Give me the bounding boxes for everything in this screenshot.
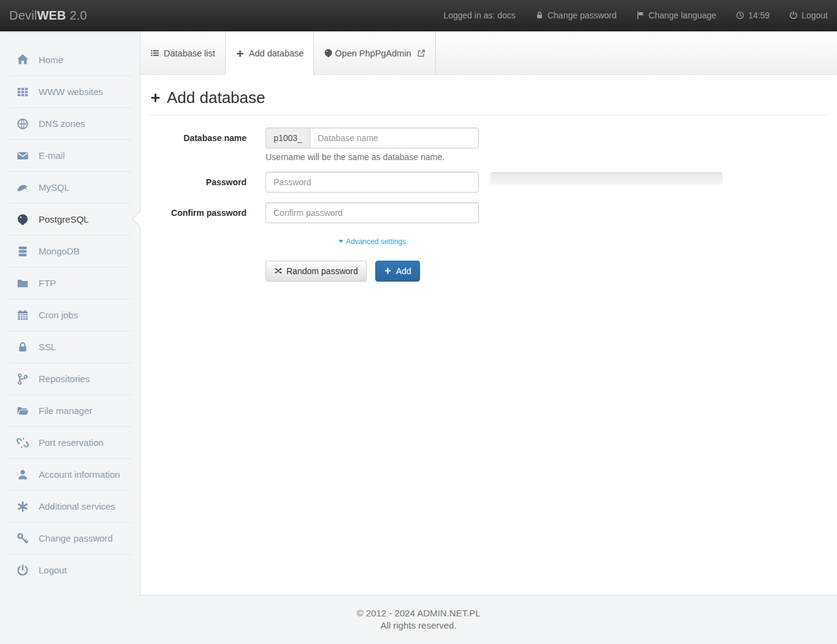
database-name-prefix: p1003_: [266, 128, 310, 148]
brand-logo[interactable]: DevilWEB 2.0: [9, 9, 87, 23]
advanced-settings-row: Advanced settings: [266, 234, 479, 246]
tab-add-database[interactable]: Add database: [226, 31, 315, 75]
navbar-change-password[interactable]: Change password: [535, 10, 617, 20]
navbar-right-menu: Logged in as: docs Change password Chang…: [424, 10, 828, 20]
confirm-password-controls: [266, 202, 479, 223]
page-title: Add database: [150, 88, 828, 107]
tab-bar: Database list Add database Open PhpPgAdm…: [140, 31, 837, 75]
advanced-settings-link[interactable]: Advanced settings: [338, 237, 406, 246]
lock-icon: [535, 11, 544, 20]
sidebar-item-dns-zones[interactable]: DNS zones: [9, 107, 131, 139]
navbar-logout[interactable]: Logout: [789, 10, 828, 20]
sidebar-item-additional-services[interactable]: Additional services: [9, 490, 131, 522]
page-title-text: Add database: [167, 88, 265, 107]
sidebar-item-label: FTP: [39, 278, 56, 288]
add-button[interactable]: Add: [375, 261, 420, 282]
grid-icon: [17, 86, 29, 98]
sidebar-item-repositories[interactable]: Repositories: [9, 362, 131, 394]
sidebar-item-home[interactable]: Home: [9, 44, 131, 75]
flag-icon: [636, 11, 645, 20]
content-panel: Add database Database name p1003_ Userna…: [140, 75, 837, 596]
advanced-settings-label: Advanced settings: [346, 237, 406, 246]
tab-open-phppgadmin[interactable]: Open PhpPgAdmin: [314, 31, 436, 75]
navbar-clock: 14:59: [736, 10, 770, 20]
external-link-icon: [417, 49, 426, 58]
logged-in-as-text: Logged in as: docs: [443, 10, 516, 20]
elephant-icon: [324, 48, 333, 58]
change-language-label: Change language: [649, 10, 717, 20]
password-row: Password: [150, 172, 828, 193]
sidebar-item-label: MongoDB: [39, 246, 80, 256]
sidebar-item-mongodb[interactable]: MongoDB: [9, 235, 131, 267]
mysql-dolphin-icon: [17, 182, 29, 194]
tab-label: Open PhpPgAdmin: [335, 48, 411, 58]
folder-icon: [17, 277, 29, 289]
password-label: Password: [150, 172, 266, 193]
sidebar-item-label: PostgreSQL: [39, 214, 89, 224]
change-password-label: Change password: [548, 10, 617, 20]
sidebar-item-change-password[interactable]: Change password: [9, 522, 131, 554]
list-icon: [150, 48, 159, 58]
database-name-input[interactable]: [310, 128, 479, 148]
main-area: Database list Add database Open PhpPgAdm…: [140, 31, 837, 596]
shuffle-icon: [274, 267, 282, 275]
sidebar-item-postgresql[interactable]: PostgreSQL: [9, 203, 131, 235]
database-name-input-group: p1003_: [266, 128, 479, 148]
sidebar-item-cron-jobs[interactable]: Cron jobs: [9, 299, 131, 331]
home-icon: [17, 53, 29, 66]
password-input[interactable]: [266, 172, 479, 193]
confirm-password-input[interactable]: [266, 202, 479, 223]
password-strength-meter: [491, 172, 722, 185]
sidebar-item-label: SSL: [39, 342, 56, 352]
random-password-label: Random password: [286, 266, 358, 276]
postgresql-elephant-icon: [17, 213, 29, 226]
random-password-button[interactable]: Random password: [266, 261, 367, 282]
sidebar-item-account-information[interactable]: Account information: [9, 458, 131, 490]
sidebar-menu: Home WWW websites DNS zones E-mail MySQL…: [0, 44, 140, 586]
copyright-text: © 2012 - 2024 ADMIN.NET.PL: [0, 607, 837, 619]
sidebar-item-file-manager[interactable]: File manager: [9, 394, 131, 426]
sidebar-item-mysql[interactable]: MySQL: [9, 171, 131, 203]
tab-label: Add database: [249, 48, 304, 58]
plus-icon: [150, 92, 161, 104]
sidebar-item-www-websites[interactable]: WWW websites: [9, 75, 131, 107]
sidebar-item-email[interactable]: E-mail: [9, 139, 131, 171]
asterisk-icon: [17, 500, 29, 513]
logout-label: Logout: [801, 10, 828, 20]
page-footer: © 2012 - 2024 ADMIN.NET.PL All rights re…: [0, 596, 837, 644]
add-database-form: Database name p1003_ Username will be th…: [150, 128, 828, 282]
sidebar-item-label: Account information: [39, 469, 120, 480]
plus-icon: [235, 49, 245, 58]
brand-part-version: 2.0: [66, 9, 87, 22]
tab-database-list[interactable]: Database list: [140, 31, 226, 75]
sidebar-item-logout[interactable]: Logout: [9, 554, 131, 586]
sidebar-item-label: DNS zones: [39, 118, 85, 129]
confirm-password-label: Confirm password: [150, 202, 266, 223]
globe-icon: [17, 118, 29, 130]
power-icon: [17, 564, 29, 577]
tab-label: Database list: [164, 48, 215, 58]
sidebar-item-label: E-mail: [39, 150, 65, 161]
add-button-label: Add: [396, 266, 411, 276]
sidebar-item-label: MySQL: [39, 182, 69, 193]
sidebar-item-ftp[interactable]: FTP: [9, 267, 131, 299]
caret-down-icon: [338, 240, 343, 243]
database-name-help: Username will be the same as database na…: [266, 152, 479, 162]
sidebar-item-label: File manager: [39, 405, 93, 416]
git-branch-icon: [17, 373, 29, 385]
sidebar-item-port-reservation[interactable]: Port reservation: [9, 426, 131, 458]
top-navbar: DevilWEB 2.0 Logged in as: docs Change p…: [0, 0, 837, 31]
database-name-controls: p1003_ Username will be the same as data…: [266, 128, 479, 162]
power-icon: [789, 11, 798, 20]
sidebar-item-ssl[interactable]: SSL: [9, 331, 131, 362]
brand-part-devil: Devil: [9, 9, 37, 22]
database-name-label: Database name: [150, 128, 266, 162]
brand-part-web: WEB: [37, 9, 66, 22]
broken-link-icon: [17, 437, 29, 449]
sidebar-item-label: Repositories: [39, 374, 90, 384]
calendar-icon: [17, 309, 29, 321]
sidebar-item-label: Cron jobs: [39, 310, 78, 320]
lock-icon: [17, 341, 29, 353]
plus-icon: [384, 267, 392, 275]
navbar-change-language[interactable]: Change language: [636, 10, 717, 20]
